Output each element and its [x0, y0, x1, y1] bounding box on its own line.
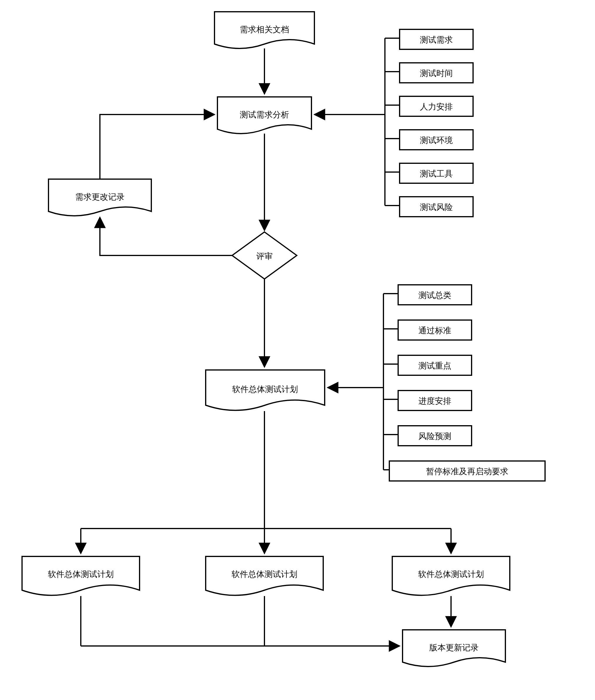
child-plan-1-label: 软件总体测试计划 — [48, 570, 114, 579]
analysis-factor-5-label: 测试风险 — [420, 203, 453, 212]
plan-factor-5-label: 暂停标准及再启动要求 — [426, 467, 508, 476]
node-analysis: 测试需求分析 — [218, 97, 311, 133]
edge-changelog-to-analysis — [100, 115, 215, 179]
analysis-factor-3-label: 测试环境 — [420, 136, 453, 145]
analysis-factor-2: 人力安排 — [385, 96, 473, 116]
change-log-label: 需求更改记录 — [75, 192, 124, 202]
analysis-label: 测试需求分析 — [240, 110, 289, 119]
analysis-factor-5: 测试风险 — [385, 197, 473, 217]
analysis-factor-0-label: 测试需求 — [420, 35, 453, 44]
plan-factor-3-label: 进度安排 — [418, 396, 451, 405]
plan-factor-4-label: 风险预测 — [418, 432, 451, 441]
plan-factor-0: 测试总类 — [384, 285, 472, 305]
plan-factor-2: 测试重点 — [384, 355, 472, 375]
plan-factor-2-label: 测试重点 — [418, 361, 451, 370]
analysis-factor-1-label: 测试时间 — [420, 69, 453, 78]
analysis-factor-4: 测试工具 — [385, 163, 473, 183]
version-log-label: 版本更新记录 — [429, 643, 479, 652]
review-label: 评审 — [256, 252, 273, 261]
node-child-plan-1: 软件总体测试计划 — [22, 556, 140, 596]
node-child-plan-3: 软件总体测试计划 — [392, 556, 510, 596]
edge-children-to-version — [81, 596, 451, 646]
analysis-factor-2-label: 人力安排 — [420, 102, 453, 111]
plan-factor-4: 风险预测 — [384, 426, 472, 446]
node-child-plan-2: 软件总体测试计划 — [206, 556, 323, 596]
plan-factor-3: 进度安排 — [384, 391, 472, 410]
edge-review-to-changelog — [100, 217, 232, 255]
analysis-factor-4-label: 测试工具 — [420, 169, 453, 178]
plan-factor-5: 暂停标准及再启动要求 — [384, 461, 545, 481]
child-plan-2-label: 软件总体测试计划 — [231, 570, 298, 579]
plan-factor-1-label: 通过标准 — [418, 326, 451, 335]
edge-plan-to-children — [81, 411, 451, 553]
plan-factor-0-label: 测试总类 — [418, 291, 451, 300]
node-doc-input: 需求相关文档 — [215, 12, 314, 49]
plan-label: 软件总体测试计划 — [232, 385, 298, 394]
node-version-log: 版本更新记录 — [402, 630, 505, 667]
child-plan-3-label: 软件总体测试计划 — [418, 570, 484, 579]
analysis-factor-3: 测试环境 — [385, 130, 473, 150]
analysis-factor-0: 测试需求 — [385, 29, 473, 49]
analysis-factor-1: 测试时间 — [385, 63, 473, 83]
node-change-log: 需求更改记录 — [49, 179, 151, 216]
plan-factor-1: 通过标准 — [384, 320, 472, 340]
node-plan: 软件总体测试计划 — [206, 370, 325, 410]
doc-input-label: 需求相关文档 — [240, 25, 289, 34]
node-review: 评审 — [232, 232, 297, 279]
